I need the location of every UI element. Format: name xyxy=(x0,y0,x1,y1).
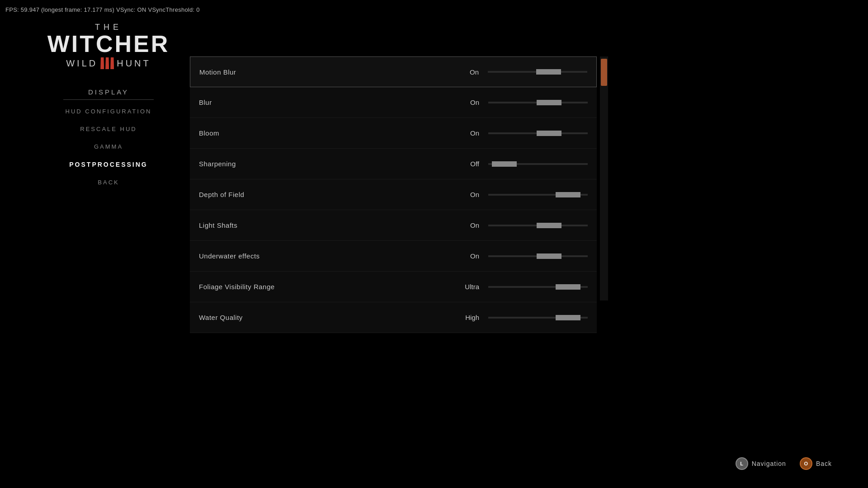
navigation-hint: L Navigation xyxy=(736,457,786,470)
navigation-button: L xyxy=(736,457,748,470)
fps-display: FPS: 59.947 (longest frame: 17.177 ms) V… xyxy=(5,6,200,13)
setting-value-water-quality: High xyxy=(452,314,479,321)
slider-motion-blur[interactable] xyxy=(488,67,587,76)
setting-value-bloom: On xyxy=(452,129,479,137)
logo-wild: WILD xyxy=(66,58,98,69)
sidebar-item-postprocessing[interactable]: POSTPROCESSING xyxy=(63,155,154,174)
navigation-label: Navigation xyxy=(752,460,786,467)
settings-scrollbar[interactable] xyxy=(600,56,608,300)
sidebar-item-back[interactable]: BACK xyxy=(63,174,154,191)
setting-label-underwater-effects: Underwater effects xyxy=(199,252,452,260)
slider-foliage-visibility[interactable] xyxy=(488,282,588,291)
setting-row-bloom[interactable]: BloomOn xyxy=(190,118,597,149)
setting-row-motion-blur[interactable]: Motion BlurOn xyxy=(190,56,597,87)
bottom-hints: L Navigation O Back xyxy=(736,457,832,470)
setting-label-depth-of-field: Depth of Field xyxy=(199,191,452,198)
setting-value-depth-of-field: On xyxy=(452,191,479,198)
game-logo: The WITCHER WILD HUNT xyxy=(41,23,176,69)
setting-label-blur: Blur xyxy=(199,99,452,106)
setting-row-depth-of-field[interactable]: Depth of FieldOn xyxy=(190,179,597,210)
logo-witcher: WITCHER xyxy=(47,32,170,56)
scrollbar-thumb xyxy=(601,59,607,86)
setting-row-underwater-effects[interactable]: Underwater effectsOn xyxy=(190,241,597,272)
slider-blur[interactable] xyxy=(488,98,588,107)
setting-label-light-shafts: Light Shafts xyxy=(199,221,452,229)
setting-value-sharpening: Off xyxy=(452,160,479,168)
setting-row-water-quality[interactable]: Water QualityHigh xyxy=(190,302,597,333)
logo-hunt: HUNT xyxy=(117,58,151,69)
setting-label-water-quality: Water Quality xyxy=(199,314,452,321)
setting-value-motion-blur: On xyxy=(452,68,479,76)
setting-value-blur: On xyxy=(452,99,479,106)
slider-water-quality[interactable] xyxy=(488,313,588,322)
setting-label-bloom: Bloom xyxy=(199,129,452,137)
sidebar-item-hud-config[interactable]: HUD CONFIGURATION xyxy=(63,103,154,120)
logo-subtitle: WILD HUNT xyxy=(66,57,151,69)
sidebar-navigation: DISPLAY HUD CONFIGURATION RESCALE HUD GA… xyxy=(41,88,176,191)
back-hint: O Back xyxy=(800,457,832,470)
back-button: O xyxy=(800,457,812,470)
back-label: Back xyxy=(816,460,832,467)
setting-row-light-shafts[interactable]: Light ShaftsOn xyxy=(190,210,597,241)
sidebar-section-title: DISPLAY xyxy=(63,88,154,100)
sidebar-item-gamma[interactable]: GAMMA xyxy=(63,138,154,155)
slider-depth-of-field[interactable] xyxy=(488,190,588,199)
setting-label-foliage-visibility: Foliage Visibility Range xyxy=(199,283,452,291)
setting-value-light-shafts: On xyxy=(452,221,479,229)
slider-bloom[interactable] xyxy=(488,129,588,138)
slider-underwater-effects[interactable] xyxy=(488,252,588,261)
settings-panel: Motion BlurOnBlurOnBloomOnSharpeningOffD… xyxy=(190,56,597,333)
setting-label-motion-blur: Motion Blur xyxy=(199,68,452,76)
logo-iii xyxy=(100,57,114,69)
setting-row-sharpening[interactable]: SharpeningOff xyxy=(190,149,597,179)
slider-sharpening[interactable] xyxy=(488,160,588,169)
setting-row-blur[interactable]: BlurOn xyxy=(190,87,597,118)
setting-label-sharpening: Sharpening xyxy=(199,160,452,168)
slider-light-shafts[interactable] xyxy=(488,221,588,230)
setting-value-foliage-visibility: Ultra xyxy=(452,283,479,291)
setting-value-underwater-effects: On xyxy=(452,252,479,260)
sidebar-item-rescale-hud[interactable]: RESCALE HUD xyxy=(63,120,154,138)
setting-row-foliage-visibility[interactable]: Foliage Visibility RangeUltra xyxy=(190,272,597,302)
